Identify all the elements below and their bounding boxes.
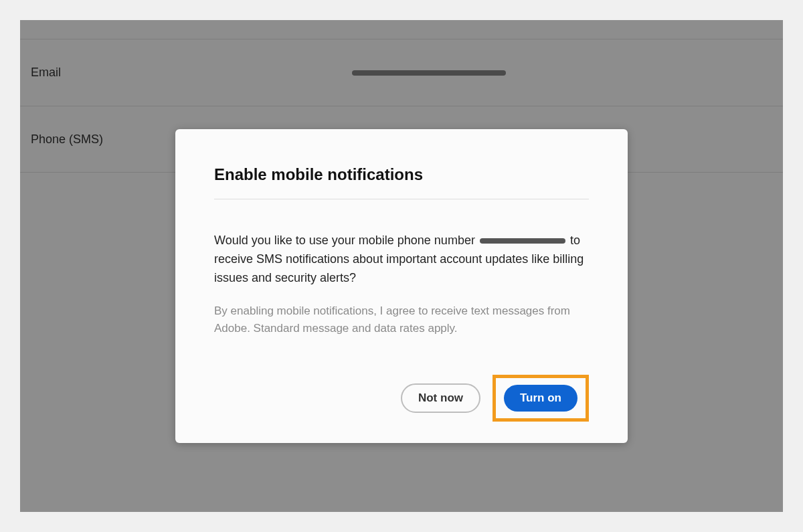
turn-on-button[interactable]: Turn on xyxy=(504,385,577,412)
turn-on-highlight: Turn on xyxy=(493,375,589,422)
modal-body-prefix: Would you like to use your mobile phone … xyxy=(214,234,478,247)
modal-title: Enable mobile notifications xyxy=(214,165,589,184)
redacted-phone-number xyxy=(480,238,565,244)
modal-divider xyxy=(214,199,589,199)
modal-body-text: Would you like to use your mobile phone … xyxy=(214,232,589,288)
not-now-button[interactable]: Not now xyxy=(401,383,480,413)
modal-overlay: Enable mobile notifications Would you li… xyxy=(20,20,783,512)
modal-disclaimer: By enabling mobile notifications, I agre… xyxy=(214,302,589,338)
modal-actions: Not now Turn on xyxy=(214,375,589,422)
enable-notifications-modal: Enable mobile notifications Would you li… xyxy=(175,129,628,443)
settings-page-backdrop: Email Phone (SMS) Enable mobile notifica… xyxy=(20,20,783,512)
